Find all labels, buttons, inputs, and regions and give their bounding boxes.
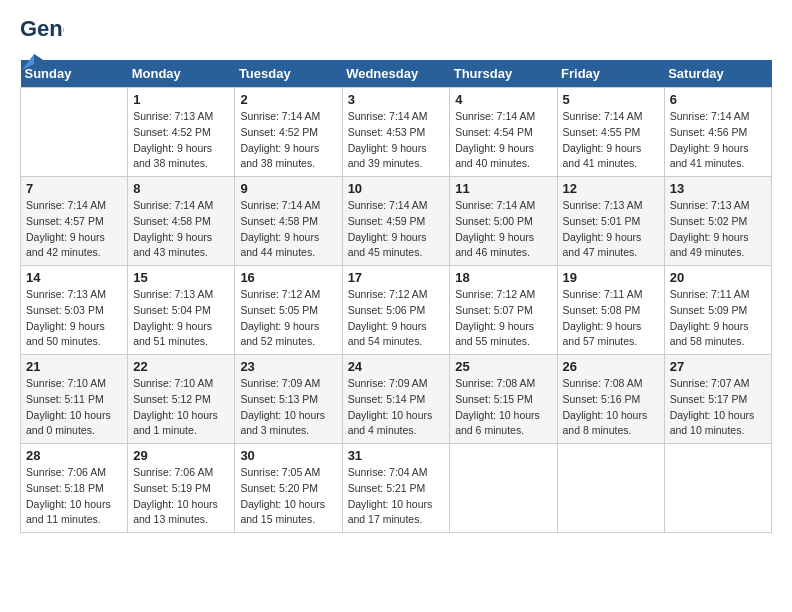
day-cell: 5Sunrise: 7:14 AM Sunset: 4:55 PM Daylig… [557,88,664,177]
day-info: Sunrise: 7:14 AM Sunset: 4:52 PM Dayligh… [240,109,336,172]
day-cell: 25Sunrise: 7:08 AM Sunset: 5:15 PM Dayli… [450,355,557,444]
column-headers: SundayMondayTuesdayWednesdayThursdayFrid… [21,60,772,88]
day-number: 10 [348,181,445,196]
day-number: 21 [26,359,122,374]
day-number: 19 [563,270,659,285]
day-info: Sunrise: 7:09 AM Sunset: 5:13 PM Dayligh… [240,376,336,439]
day-cell: 31Sunrise: 7:04 AM Sunset: 5:21 PM Dayli… [342,444,450,533]
week-row-5: 28Sunrise: 7:06 AM Sunset: 5:18 PM Dayli… [21,444,772,533]
svg-text:General: General [20,16,64,41]
day-number: 28 [26,448,122,463]
day-number: 5 [563,92,659,107]
day-number: 24 [348,359,445,374]
day-info: Sunrise: 7:13 AM Sunset: 4:52 PM Dayligh… [133,109,229,172]
day-cell: 30Sunrise: 7:05 AM Sunset: 5:20 PM Dayli… [235,444,342,533]
day-number: 22 [133,359,229,374]
day-cell [664,444,771,533]
day-number: 12 [563,181,659,196]
day-number: 9 [240,181,336,196]
logo-icon: General [20,20,64,52]
day-info: Sunrise: 7:14 AM Sunset: 4:57 PM Dayligh… [26,198,122,261]
day-cell: 11Sunrise: 7:14 AM Sunset: 5:00 PM Dayli… [450,177,557,266]
day-cell: 22Sunrise: 7:10 AM Sunset: 5:12 PM Dayli… [128,355,235,444]
day-info: Sunrise: 7:10 AM Sunset: 5:12 PM Dayligh… [133,376,229,439]
day-info: Sunrise: 7:10 AM Sunset: 5:11 PM Dayligh… [26,376,122,439]
day-cell: 29Sunrise: 7:06 AM Sunset: 5:19 PM Dayli… [128,444,235,533]
day-info: Sunrise: 7:14 AM Sunset: 4:54 PM Dayligh… [455,109,551,172]
day-info: Sunrise: 7:04 AM Sunset: 5:21 PM Dayligh… [348,465,445,528]
day-number: 2 [240,92,336,107]
day-info: Sunrise: 7:14 AM Sunset: 4:59 PM Dayligh… [348,198,445,261]
day-cell: 23Sunrise: 7:09 AM Sunset: 5:13 PM Dayli… [235,355,342,444]
day-number: 29 [133,448,229,463]
day-info: Sunrise: 7:08 AM Sunset: 5:16 PM Dayligh… [563,376,659,439]
week-row-1: 1Sunrise: 7:13 AM Sunset: 4:52 PM Daylig… [21,88,772,177]
day-cell: 1Sunrise: 7:13 AM Sunset: 4:52 PM Daylig… [128,88,235,177]
col-header-saturday: Saturday [664,60,771,88]
day-info: Sunrise: 7:06 AM Sunset: 5:18 PM Dayligh… [26,465,122,528]
day-info: Sunrise: 7:13 AM Sunset: 5:01 PM Dayligh… [563,198,659,261]
day-number: 23 [240,359,336,374]
day-cell: 14Sunrise: 7:13 AM Sunset: 5:03 PM Dayli… [21,266,128,355]
week-row-3: 14Sunrise: 7:13 AM Sunset: 5:03 PM Dayli… [21,266,772,355]
day-info: Sunrise: 7:12 AM Sunset: 5:06 PM Dayligh… [348,287,445,350]
day-info: Sunrise: 7:12 AM Sunset: 5:07 PM Dayligh… [455,287,551,350]
col-header-monday: Monday [128,60,235,88]
day-cell [21,88,128,177]
day-number: 17 [348,270,445,285]
day-info: Sunrise: 7:13 AM Sunset: 5:03 PM Dayligh… [26,287,122,350]
day-number: 15 [133,270,229,285]
day-number: 6 [670,92,766,107]
day-number: 27 [670,359,766,374]
day-number: 8 [133,181,229,196]
week-row-4: 21Sunrise: 7:10 AM Sunset: 5:11 PM Dayli… [21,355,772,444]
day-number: 26 [563,359,659,374]
day-info: Sunrise: 7:14 AM Sunset: 5:00 PM Dayligh… [455,198,551,261]
day-cell: 8Sunrise: 7:14 AM Sunset: 4:58 PM Daylig… [128,177,235,266]
day-info: Sunrise: 7:11 AM Sunset: 5:09 PM Dayligh… [670,287,766,350]
col-header-wednesday: Wednesday [342,60,450,88]
day-info: Sunrise: 7:13 AM Sunset: 5:04 PM Dayligh… [133,287,229,350]
day-number: 30 [240,448,336,463]
col-header-friday: Friday [557,60,664,88]
week-row-2: 7Sunrise: 7:14 AM Sunset: 4:57 PM Daylig… [21,177,772,266]
day-cell: 27Sunrise: 7:07 AM Sunset: 5:17 PM Dayli… [664,355,771,444]
day-cell: 28Sunrise: 7:06 AM Sunset: 5:18 PM Dayli… [21,444,128,533]
col-header-tuesday: Tuesday [235,60,342,88]
day-info: Sunrise: 7:13 AM Sunset: 5:02 PM Dayligh… [670,198,766,261]
day-number: 25 [455,359,551,374]
day-cell: 26Sunrise: 7:08 AM Sunset: 5:16 PM Dayli… [557,355,664,444]
day-cell: 16Sunrise: 7:12 AM Sunset: 5:05 PM Dayli… [235,266,342,355]
day-info: Sunrise: 7:07 AM Sunset: 5:17 PM Dayligh… [670,376,766,439]
day-cell: 12Sunrise: 7:13 AM Sunset: 5:01 PM Dayli… [557,177,664,266]
day-cell: 18Sunrise: 7:12 AM Sunset: 5:07 PM Dayli… [450,266,557,355]
day-info: Sunrise: 7:14 AM Sunset: 4:58 PM Dayligh… [240,198,336,261]
day-cell: 15Sunrise: 7:13 AM Sunset: 5:04 PM Dayli… [128,266,235,355]
day-info: Sunrise: 7:08 AM Sunset: 5:15 PM Dayligh… [455,376,551,439]
calendar-table: SundayMondayTuesdayWednesdayThursdayFrid… [20,60,772,533]
day-cell: 10Sunrise: 7:14 AM Sunset: 4:59 PM Dayli… [342,177,450,266]
day-number: 13 [670,181,766,196]
day-cell: 21Sunrise: 7:10 AM Sunset: 5:11 PM Dayli… [21,355,128,444]
day-info: Sunrise: 7:14 AM Sunset: 4:58 PM Dayligh… [133,198,229,261]
day-info: Sunrise: 7:12 AM Sunset: 5:05 PM Dayligh… [240,287,336,350]
day-cell: 2Sunrise: 7:14 AM Sunset: 4:52 PM Daylig… [235,88,342,177]
logo: General [20,20,64,50]
day-number: 20 [670,270,766,285]
day-info: Sunrise: 7:14 AM Sunset: 4:56 PM Dayligh… [670,109,766,172]
day-number: 1 [133,92,229,107]
day-number: 11 [455,181,551,196]
day-cell: 13Sunrise: 7:13 AM Sunset: 5:02 PM Dayli… [664,177,771,266]
day-number: 14 [26,270,122,285]
day-cell: 7Sunrise: 7:14 AM Sunset: 4:57 PM Daylig… [21,177,128,266]
day-cell: 3Sunrise: 7:14 AM Sunset: 4:53 PM Daylig… [342,88,450,177]
day-info: Sunrise: 7:09 AM Sunset: 5:14 PM Dayligh… [348,376,445,439]
day-number: 3 [348,92,445,107]
day-info: Sunrise: 7:11 AM Sunset: 5:08 PM Dayligh… [563,287,659,350]
day-cell: 20Sunrise: 7:11 AM Sunset: 5:09 PM Dayli… [664,266,771,355]
day-cell: 24Sunrise: 7:09 AM Sunset: 5:14 PM Dayli… [342,355,450,444]
day-info: Sunrise: 7:05 AM Sunset: 5:20 PM Dayligh… [240,465,336,528]
day-number: 16 [240,270,336,285]
col-header-thursday: Thursday [450,60,557,88]
day-info: Sunrise: 7:14 AM Sunset: 4:55 PM Dayligh… [563,109,659,172]
